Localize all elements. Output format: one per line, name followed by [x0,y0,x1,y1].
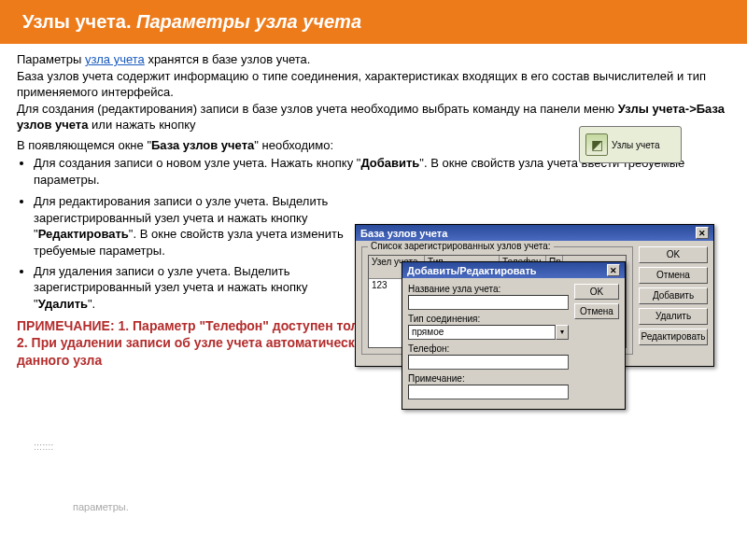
ok-button[interactable]: OK [639,246,708,263]
text: или нажать кнопку [88,118,195,132]
edit-button[interactable]: Редактировать [639,329,708,345]
text: " необходимо: [254,138,333,152]
node-name-input[interactable] [408,295,569,310]
toolbar-button-label: Узлы учета [612,140,660,150]
connection-type-select[interactable]: прямое ▾ [408,325,569,340]
header-title-italic: Параметры узла учета [136,11,361,32]
dialog-title: Добавить/Редактировать [407,265,537,276]
label: Тип соединения: [408,314,569,324]
dialog-titlebar[interactable]: База узлов учета ✕ [356,225,713,241]
text-bold: База узлов учета [151,138,254,152]
text: Для создания записи о новом узле учета. … [34,156,360,170]
close-icon[interactable]: ✕ [696,227,709,239]
text: хранятся в базе узлов учета. [145,52,311,66]
nodes-icon: ◩ [585,133,608,156]
chevron-down-icon[interactable]: ▾ [556,325,569,340]
header-title-plain: Узлы учета. [22,11,136,32]
dialog-add-edit: Добавить/Редактировать ✕ Название узла у… [402,261,626,410]
dialog-button-column: OK Отмена Добавить Удалить Редактировать [639,246,708,360]
field-phone: Телефон: [408,343,569,370]
paragraph-2: База узлов учета содержит информацию о т… [17,68,730,101]
note-input[interactable] [408,385,569,399]
cancel-button[interactable]: Отмена [574,303,619,319]
dialog-button-column: OK Отмена [574,284,619,403]
add-button[interactable]: Добавить [639,287,708,304]
dialog-body: Название узла учета: Тип соединения: пря… [402,278,625,409]
text-bold: Редактировать [38,227,129,241]
close-icon[interactable]: ✕ [607,264,620,276]
combo-value: прямое [408,325,556,340]
shade-text-1: ::::::: [17,439,70,454]
ok-button[interactable]: OK [574,284,619,300]
toolbar-button-nodes[interactable]: ◩ Узлы учета [579,126,682,163]
link-node[interactable]: узла учета [85,52,145,66]
field-connection-type: Тип соединения: прямое ▾ [408,314,569,340]
label: Телефон: [408,343,569,354]
text: Параметры [17,52,85,66]
paragraph-1: Параметры узла учета хранятся в базе узл… [17,51,730,68]
dialog-titlebar[interactable]: Добавить/Редактировать ✕ [402,262,625,278]
text-bold: Удалить [38,297,88,311]
label: Название узла учета: [408,284,569,294]
dialog-title: База узлов учета [360,228,447,239]
cancel-button[interactable]: Отмена [639,267,708,284]
groupbox-legend: Список зарегистрированных узлов учета: [368,241,554,251]
list-item: Для удаления записи о узле учета. Выдели… [34,263,370,313]
text: Для создания (редактирования) записи в б… [17,102,618,116]
instruction-list-2: Для редактирования записи о узле учета. … [34,193,370,312]
shade-text-2: параметры. [56,499,146,514]
field-node-name: Название узла учета: [408,284,569,310]
text: В появляющемся окне " [17,138,151,152]
phone-input[interactable] [408,355,569,370]
text: ". [88,297,95,311]
page-header: Узлы учета. Параметры узла учета [0,0,747,44]
text-bold: Добавить [360,156,419,170]
delete-button[interactable]: Удалить [639,308,708,325]
field-note: Примечание: [408,373,569,399]
label: Примечание: [408,373,569,384]
list-item: Для редактирования записи о узле учета. … [34,193,370,259]
